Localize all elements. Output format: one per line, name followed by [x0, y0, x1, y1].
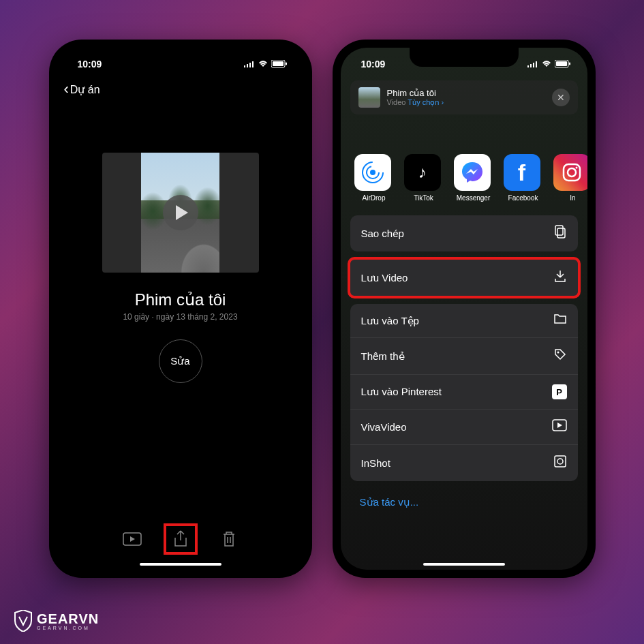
save-pinterest-action[interactable]: Lưu vào Pinterest P [350, 375, 578, 410]
edit-button[interactable]: Sửa [159, 339, 202, 383]
svg-rect-0 [244, 65, 245, 67]
svg-point-26 [557, 459, 563, 464]
close-button[interactable]: ✕ [552, 89, 570, 106]
movie-title: Phim của tôi [135, 290, 226, 309]
wifi-icon [258, 60, 269, 68]
back-button-label[interactable]: Dự án [70, 83, 100, 96]
notch [126, 48, 235, 67]
copy-label: Sao chép [361, 228, 404, 239]
phone-frame-left: 10:09 ‹ Dự án Phim của tôi [49, 40, 312, 578]
save-to-files-action[interactable]: Lưu vào Tệp [350, 304, 578, 338]
instagram-icon [553, 154, 587, 191]
svg-point-23 [557, 352, 559, 354]
save-video-action[interactable]: Lưu Video [350, 260, 578, 296]
project-content: Phim của tôi 10 giây · ngày 13 tháng 2, … [57, 104, 304, 383]
download-icon [553, 269, 567, 286]
status-time: 10:09 [78, 59, 102, 70]
navigation-bar[interactable]: ‹ Dự án [57, 75, 304, 104]
phone-screen-right: 10:09 Phim của tôi Video Tùy chọn › [341, 48, 587, 570]
status-time: 10:09 [361, 59, 386, 70]
svg-rect-5 [273, 61, 283, 66]
share-thumbnail [358, 87, 380, 108]
wifi-icon [541, 60, 552, 68]
play-rect-icon [123, 532, 142, 546]
cellular-icon [244, 61, 255, 67]
share-icon [173, 530, 188, 549]
airdrop-icon [354, 154, 391, 191]
svg-rect-22 [557, 228, 565, 238]
share-options-link[interactable]: Tùy chọn › [408, 98, 444, 106]
tiktok-icon: ♪ [404, 154, 441, 191]
battery-icon [555, 60, 571, 68]
bottom-toolbar [57, 523, 304, 555]
svg-rect-1 [247, 64, 248, 67]
share-sheet-header: Phim của tôi Video Tùy chọn › ✕ [350, 80, 578, 114]
home-indicator[interactable] [423, 563, 505, 566]
svg-rect-25 [555, 456, 566, 467]
tiktok-app[interactable]: ♪ TikTok [404, 154, 444, 202]
edit-tasks-link[interactable]: Sửa tác vụ... [341, 487, 587, 518]
brand-name: GEARVN [37, 612, 99, 626]
vivavideo-icon [552, 419, 567, 435]
messenger-app[interactable]: Messenger [454, 154, 493, 202]
share-button[interactable] [170, 530, 191, 549]
svg-rect-3 [252, 61, 254, 67]
add-tag-action[interactable]: Thêm thẻ [350, 338, 578, 375]
svg-rect-6 [286, 63, 287, 65]
facebook-icon: f [504, 154, 540, 191]
airdrop-app[interactable]: AirDrop [354, 154, 394, 202]
logo-shield-icon [14, 610, 33, 632]
messenger-icon [454, 154, 491, 191]
svg-point-19 [568, 168, 576, 177]
share-subtitle: Video Tùy chọn › [387, 98, 552, 107]
svg-rect-9 [530, 64, 532, 67]
svg-rect-8 [527, 65, 529, 67]
svg-rect-11 [536, 61, 537, 67]
copy-icon [553, 225, 567, 242]
svg-rect-10 [533, 63, 534, 67]
actions-list: Lưu vào Tệp Thêm thẻ Lưu vào Pinterest [350, 304, 578, 481]
movie-metadata: 10 giây · ngày 13 tháng 2, 2023 [123, 312, 237, 322]
svg-rect-2 [249, 63, 251, 67]
phone-frame-right: 10:09 Phim của tôi Video Tùy chọn › [333, 40, 596, 578]
svg-point-20 [575, 167, 577, 169]
delete-button[interactable] [218, 530, 240, 549]
home-indicator[interactable] [140, 563, 221, 566]
edit-button-label: Sửa [170, 355, 189, 367]
svg-rect-21 [555, 226, 563, 235]
svg-point-15 [370, 170, 375, 175]
share-app-row[interactable]: AirDrop ♪ TikTok Messenger f Face [341, 114, 587, 210]
status-indicators [527, 60, 571, 68]
back-chevron-icon[interactable]: ‹ [64, 80, 69, 98]
svg-rect-13 [556, 61, 567, 66]
copy-action[interactable]: Sao chép [350, 215, 578, 251]
instagram-app[interactable]: In [553, 154, 587, 202]
pinterest-icon: P [552, 384, 567, 399]
inshot-icon [553, 455, 567, 472]
trash-icon [221, 530, 236, 548]
play-icon[interactable] [163, 195, 198, 230]
svg-rect-18 [564, 164, 580, 181]
vivavideo-action[interactable]: VivaVideo [350, 410, 578, 445]
video-thumbnail[interactable] [102, 153, 259, 273]
copy-action-group: Sao chép [350, 215, 578, 251]
save-video-highlight: Lưu Video [348, 257, 581, 298]
brand-logo: GEARVN GEARVN.COM [14, 610, 99, 632]
inshot-action[interactable]: InShot [350, 445, 578, 481]
play-project-button[interactable] [121, 530, 143, 549]
share-header-text: Phim của tôi Video Tùy chọn › [387, 88, 552, 107]
folder-icon [553, 313, 567, 328]
phones-container: 10:09 ‹ Dự án Phim của tôi [0, 0, 644, 578]
battery-icon [271, 60, 288, 68]
notch [410, 48, 519, 67]
svg-rect-14 [569, 63, 570, 65]
close-icon: ✕ [557, 92, 565, 103]
save-video-label: Lưu Video [361, 272, 408, 284]
share-button-highlight [164, 523, 198, 555]
cellular-icon [527, 61, 538, 67]
tag-icon [553, 348, 567, 365]
phone-screen-left: 10:09 ‹ Dự án Phim của tôi [57, 48, 304, 570]
facebook-app[interactable]: f Facebook [504, 154, 543, 202]
share-title: Phim của tôi [387, 88, 552, 98]
brand-site: GEARVN.COM [37, 626, 99, 630]
